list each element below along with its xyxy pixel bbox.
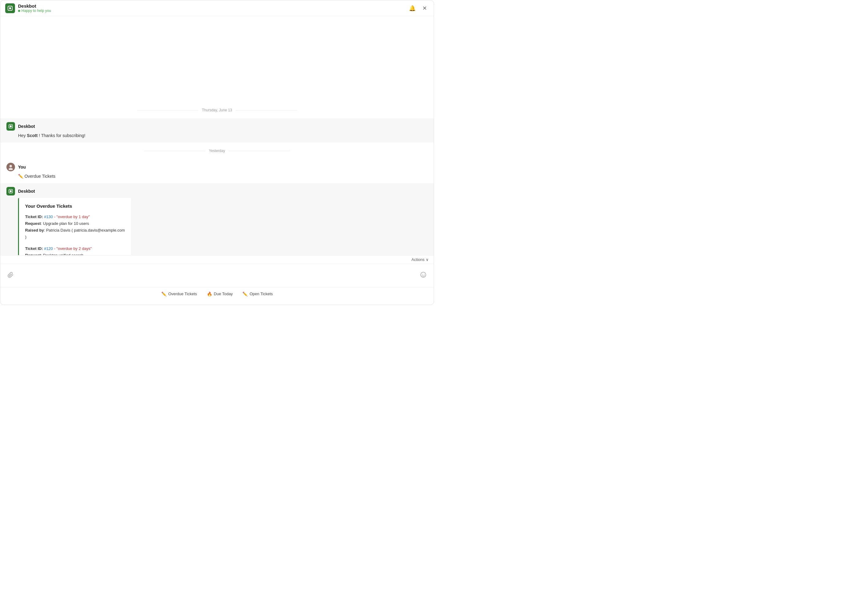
message-row-1: Deskbot Hey Scott ! Thanks for subscribi… (0, 118, 434, 142)
chat-input[interactable] (19, 273, 415, 278)
message-content-1: Hey Scott ! Thanks for subscribing! (6, 132, 428, 139)
svg-point-5 (9, 168, 13, 170)
header-icons: 🔔 ✕ (408, 4, 429, 12)
message-content-2: ✏️ Overdue Tickets (6, 173, 428, 180)
svg-point-10 (424, 274, 425, 275)
ticket-card: Your Overdue Tickets Ticket ID: #130 - "… (18, 198, 131, 255)
message-header-3: Deskbot (6, 187, 428, 195)
separator-line-right-2 (229, 151, 290, 151)
svg-point-9 (422, 274, 423, 275)
sender-label-1: Deskbot (18, 124, 35, 129)
notification-button[interactable]: 🔔 (408, 4, 417, 12)
ticket-id-label-2: Ticket ID: (25, 246, 43, 251)
separator-line-left (137, 110, 198, 110)
ticket-id-label-1: Ticket ID: (25, 214, 43, 219)
ticket-card-title: Your Overdue Tickets (25, 203, 125, 210)
svg-rect-7 (10, 190, 12, 192)
deskbot-logo (5, 3, 15, 13)
quick-action-overdue[interactable]: ✏️ Overdue Tickets (161, 291, 197, 296)
ticket-entry-2: Ticket ID: #120 - "overdue by 2 days" Re… (25, 245, 125, 255)
emoji-icon (420, 272, 426, 279)
chevron-down-icon: ∨ (426, 257, 429, 262)
sender-label-2: You (18, 164, 26, 169)
ticket-id-link-1[interactable]: #130 (44, 214, 53, 219)
svg-rect-3 (10, 125, 12, 127)
pencil-icon-qa3: ✏️ (242, 291, 248, 296)
qa-label-3: Open Tickets (250, 291, 273, 296)
chat-header: Deskbot Happy to help you 🔔 ✕ (0, 0, 434, 16)
date-separator-2: Yesterday (0, 142, 434, 159)
pencil-icon: ✏️ (18, 174, 23, 179)
svg-point-4 (9, 165, 12, 167)
close-icon: ✕ (422, 5, 427, 12)
header-subtitle: Happy to help you (18, 9, 51, 13)
separator-line-left-2 (144, 151, 205, 151)
message-header-2: You (6, 163, 428, 171)
message-row-3: Deskbot Your Overdue Tickets Ticket ID: … (0, 183, 434, 255)
header-title: Deskbot (18, 3, 51, 9)
ticket-overdue-1: - "overdue by 1 day" (54, 214, 90, 219)
actions-bar: Actions ∨ (0, 255, 434, 264)
svg-point-8 (421, 272, 426, 277)
chat-top-spacer (0, 16, 434, 102)
quick-action-open[interactable]: ✏️ Open Tickets (242, 291, 273, 296)
pencil-icon-qa1: ✏️ (161, 291, 166, 296)
ticket-overdue-2: - "overdue by 2 days" (54, 246, 91, 251)
user-avatar (6, 163, 15, 171)
date-label-2: Yesterday (209, 149, 225, 153)
qa-label-2: Due Today (214, 291, 233, 296)
emoji-button[interactable] (418, 270, 429, 281)
attach-button[interactable] (5, 270, 16, 281)
actions-label: Actions (411, 257, 425, 262)
separator-line-right (236, 110, 297, 110)
fire-icon-qa2: 🔥 (207, 291, 212, 296)
bot-avatar-1 (6, 122, 15, 131)
actions-button[interactable]: Actions ∨ (411, 257, 429, 262)
qa-label-1: Overdue Tickets (168, 291, 197, 296)
bot-avatar-2 (6, 187, 15, 195)
svg-rect-1 (9, 7, 11, 9)
message-header-1: Deskbot (6, 122, 428, 131)
header-left: Deskbot Happy to help you (5, 3, 51, 13)
header-info: Deskbot Happy to help you (18, 3, 51, 13)
bell-icon: 🔔 (409, 5, 415, 12)
date-label-1: Thursday, June 13 (202, 108, 232, 112)
ticket-entry-1: Ticket ID: #130 - "overdue by 1 day" Req… (25, 214, 125, 240)
chat-area: Thursday, June 13 Deskbot Hey Scott ! Th… (0, 16, 434, 255)
input-area (0, 264, 434, 287)
message-row-2: You ✏️ Overdue Tickets (0, 159, 434, 183)
sender-label-3: Deskbot (18, 189, 35, 194)
message-content-3: Your Overdue Tickets Ticket ID: #130 - "… (6, 198, 428, 255)
quick-action-due-today[interactable]: 🔥 Due Today (207, 291, 233, 296)
close-button[interactable]: ✕ (420, 4, 429, 12)
paperclip-icon (8, 272, 14, 279)
ticket-id-link-2[interactable]: #120 (44, 246, 53, 251)
quick-actions-bar: ✏️ Overdue Tickets 🔥 Due Today ✏️ Open T… (0, 287, 434, 300)
date-separator-1: Thursday, June 13 (0, 102, 434, 118)
